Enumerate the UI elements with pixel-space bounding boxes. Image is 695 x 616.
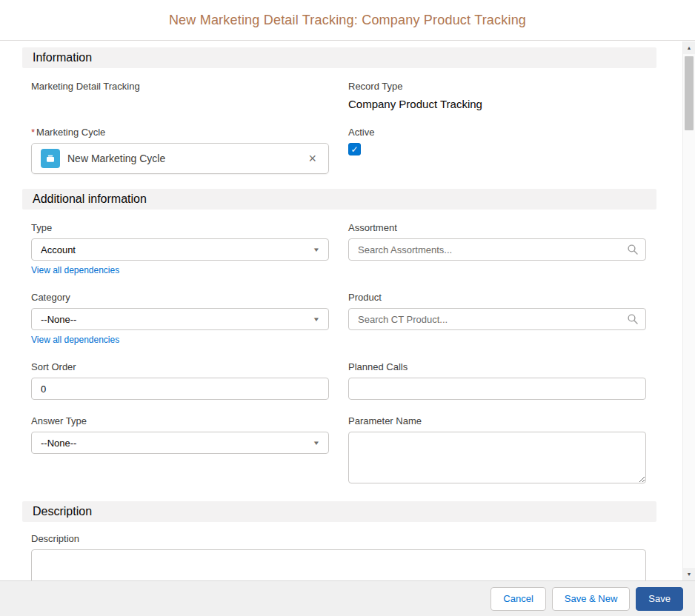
field-type: Type Account ▼ View all dependencies: [31, 221, 329, 276]
section-title-additional: Additional information: [33, 192, 147, 205]
modal-footer: Cancel Save & New Save: [0, 580, 695, 616]
field-record-type: Record Type Company Product Tracking: [348, 80, 646, 111]
section-title-description: Description: [33, 505, 92, 518]
marketing-detail-tracking-label: Marketing Detail Tracking: [31, 80, 329, 93]
sort-order-label: Sort Order: [31, 361, 329, 374]
section-header-additional: Additional information: [22, 189, 656, 210]
marketing-cycle-label: *Marketing Cycle: [31, 126, 329, 139]
marketing-cycle-label-text: Marketing Cycle: [36, 127, 105, 138]
parameter-name-textarea[interactable]: [348, 432, 646, 483]
remove-selection-icon[interactable]: ×: [305, 150, 319, 167]
field-answer-type: Answer Type --None-- ▼: [31, 415, 329, 486]
field-active: Active ✓: [348, 126, 646, 174]
chevron-down-icon: ▼: [313, 316, 320, 323]
category-dropdown-value: --None--: [41, 314, 76, 325]
section-header-information: Information: [22, 47, 656, 68]
active-label: Active: [348, 126, 646, 139]
field-description: Description: [31, 532, 646, 580]
planned-calls-label: Planned Calls: [348, 361, 646, 374]
type-dropdown[interactable]: Account ▼: [31, 238, 329, 261]
description-textarea[interactable]: [31, 549, 646, 580]
active-checkbox[interactable]: ✓: [348, 143, 361, 155]
product-search-input[interactable]: [348, 308, 646, 330]
scroll-up-icon[interactable]: ▲: [683, 41, 695, 54]
modal-header: New Marketing Detail Tracking: Company P…: [0, 0, 695, 41]
additional-grid: Type Account ▼ View all dependencies Ass…: [22, 210, 656, 501]
assortment-search-input[interactable]: [348, 238, 646, 261]
save-and-new-button[interactable]: Save & New: [552, 587, 631, 611]
save-button[interactable]: Save: [636, 587, 683, 611]
new-record-modal: New Marketing Detail Tracking: Company P…: [0, 0, 695, 616]
scrollbar-thumb[interactable]: [685, 56, 694, 130]
information-grid: Marketing Detail Tracking Record Type Co…: [22, 68, 656, 189]
section-title-information: Information: [33, 51, 92, 64]
sort-order-input[interactable]: [31, 378, 329, 400]
check-icon: ✓: [350, 145, 358, 154]
marketing-cycle-lookup-pill[interactable]: New Marketing Cycle ×: [31, 143, 329, 174]
type-dropdown-value: Account: [41, 244, 76, 255]
answer-type-dropdown[interactable]: --None-- ▼: [31, 432, 329, 454]
answer-type-label: Answer Type: [31, 415, 329, 428]
record-type-value: Company Product Tracking: [348, 97, 646, 111]
field-parameter-name: Parameter Name: [348, 415, 646, 486]
record-type-label: Record Type: [348, 80, 646, 93]
parameter-name-label: Parameter Name: [348, 415, 646, 428]
chevron-down-icon: ▼: [313, 440, 320, 446]
chevron-down-icon: ▼: [313, 247, 320, 253]
cancel-button[interactable]: Cancel: [491, 587, 545, 611]
product-label: Product: [348, 291, 646, 304]
description-label: Description: [31, 532, 646, 546]
category-label: Category: [31, 291, 329, 304]
type-label: Type: [31, 221, 329, 235]
scroll-down-icon[interactable]: ▼: [683, 568, 695, 580]
section-header-description: Description: [22, 501, 656, 522]
category-view-dependencies-link[interactable]: View all dependencies: [31, 335, 119, 345]
description-grid: Description: [22, 522, 656, 580]
field-sort-order: Sort Order: [31, 361, 329, 400]
marketing-cycle-selected-value: New Marketing Cycle: [67, 153, 305, 164]
category-dropdown[interactable]: --None-- ▼: [31, 308, 329, 330]
marketing-cycle-object-icon: [41, 149, 60, 168]
field-planned-calls: Planned Calls: [348, 361, 646, 400]
required-asterisk: *: [31, 127, 35, 138]
field-assortment: Assortment: [348, 221, 646, 276]
modal-title: New Marketing Detail Tracking: Company P…: [169, 13, 526, 28]
type-view-dependencies-link[interactable]: View all dependencies: [31, 265, 119, 275]
assortment-label: Assortment: [348, 221, 646, 235]
form-scroll-area: Information Marketing Detail Tracking Re…: [0, 41, 682, 580]
modal-body: Information Marketing Detail Tracking Re…: [0, 41, 695, 580]
field-marketing-detail-tracking: Marketing Detail Tracking: [31, 80, 329, 111]
field-product: Product: [348, 291, 646, 346]
answer-type-dropdown-value: --None--: [41, 438, 76, 449]
planned-calls-input[interactable]: [348, 378, 646, 400]
vertical-scrollbar[interactable]: ▲ ▼: [682, 41, 695, 580]
field-marketing-cycle: *Marketing Cycle New Marketing Cycle ×: [31, 126, 329, 174]
field-category: Category --None-- ▼ View all dependencie…: [31, 291, 329, 346]
